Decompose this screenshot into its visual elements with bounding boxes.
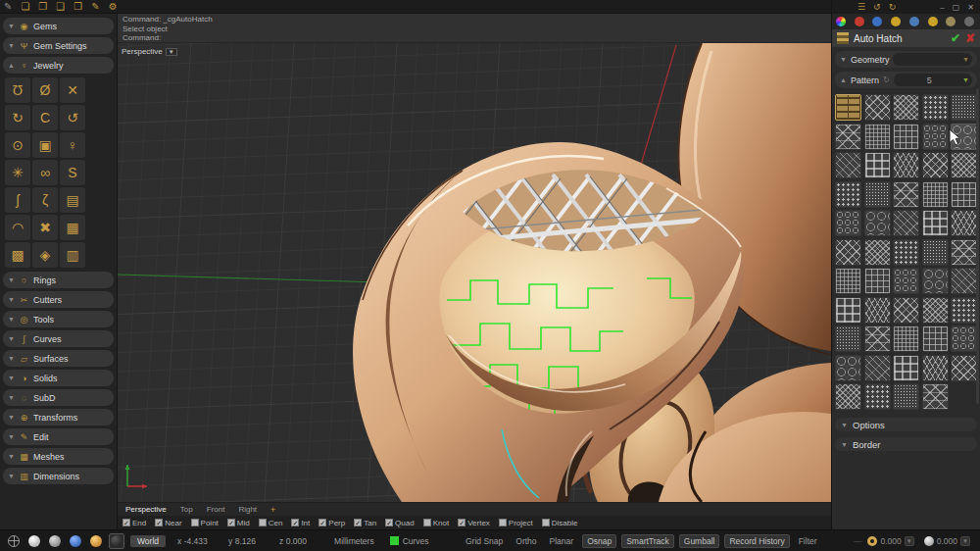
pattern-swatch-brick[interactable] (835, 94, 861, 121)
sidebar-item-transforms[interactable]: ▼⊕Transforms (3, 409, 114, 426)
pattern-swatch-waffle[interactable] (893, 355, 919, 381)
materials-icon[interactable] (855, 17, 864, 26)
viewport-tab-top[interactable]: Top (180, 505, 193, 514)
checkbox-checked-icon[interactable]: ✓ (227, 519, 235, 526)
hoop-arrow-button[interactable]: ↺ (60, 105, 85, 130)
mesh-noise-button[interactable]: ▩ (5, 242, 30, 268)
sidebar-item-meshes[interactable]: ▼▦Meshes (3, 448, 114, 465)
pattern-swatch-noise[interactable] (893, 383, 919, 410)
pattern-swatch-cross[interactable] (893, 94, 919, 121)
display-mode-wireframe-icon[interactable] (6, 533, 22, 549)
pattern-swatch-noise[interactable] (835, 326, 861, 352)
open-hoop-button[interactable]: C (32, 105, 58, 130)
save-file-icon[interactable]: ❑ (56, 2, 65, 12)
checkbox-icon[interactable] (499, 519, 507, 526)
stylus-icon[interactable]: ✎ (4, 2, 12, 12)
spring-coil-button[interactable]: ▤ (60, 187, 85, 213)
sidebar-item-tools[interactable]: ▼◎Tools (3, 311, 114, 327)
viewport-tab-perspective[interactable]: Perspective (125, 505, 167, 514)
gem-hoop-button[interactable]: ⊙ (5, 132, 30, 158)
pattern-swatch-lattice[interactable] (835, 124, 861, 150)
checkbox-checked-icon[interactable]: ✓ (291, 519, 299, 526)
pattern-swatch-waffle[interactable] (835, 297, 861, 324)
osnap-disable[interactable]: Disable (542, 519, 578, 527)
pattern-swatch-zig[interactable] (922, 355, 949, 381)
sidebar-item-curves[interactable]: ▼ʃCurves (3, 330, 114, 347)
pattern-swatch-grid[interactable] (922, 326, 949, 352)
layer-indicator[interactable]: Curves (390, 536, 429, 546)
pattern-swatch-diamond[interactable] (835, 239, 861, 266)
dropdown-arrow-icon[interactable]: ▼ (960, 536, 970, 546)
bezel-setting-button[interactable]: ▣ (32, 132, 58, 158)
pattern-swatch-diamond[interactable] (864, 94, 891, 121)
filter-sliders-icon[interactable]: ☰ (858, 2, 865, 12)
osnap-near[interactable]: ✓Near (155, 519, 181, 527)
minimize-button[interactable]: – (940, 3, 944, 12)
sidebar-item-edit[interactable]: ▼✎Edit (3, 428, 114, 445)
snake-button[interactable]: ʃ (5, 187, 30, 213)
open-folder-icon[interactable]: ❐ (38, 2, 47, 12)
viewport-title-dropdown-icon[interactable]: ▼ (166, 48, 177, 56)
checkbox-checked-icon[interactable]: ✓ (354, 519, 362, 526)
display-mode-shaded-icon[interactable] (26, 533, 42, 549)
cancel-button[interactable]: ✘ (965, 31, 975, 45)
sidebar-item-rings[interactable]: ▼○Rings (3, 272, 114, 288)
metal-weight-meter[interactable]: 0.000▼ (867, 536, 913, 546)
command-area[interactable]: Command: _cgAutoHatch Select object Comm… (118, 14, 831, 43)
pattern-swatch-weave[interactable] (922, 181, 949, 208)
checkbox-icon[interactable] (259, 519, 267, 526)
osnap-quad[interactable]: ✓Quad (385, 519, 415, 527)
toggle-ortho[interactable]: Ortho (512, 535, 540, 547)
annotate-pen-icon[interactable]: ✎ (91, 2, 99, 12)
pattern-swatch-herring[interactable] (864, 355, 891, 381)
sidebar-item-surfaces[interactable]: ▼▱Surfaces (3, 350, 114, 367)
render-wheel-icon[interactable] (836, 17, 846, 26)
sidebar-item-gems[interactable]: ▼◉Gems (3, 18, 114, 34)
rotate-ring-button[interactable]: ↻ (5, 105, 30, 130)
pendant-bail-button[interactable]: Ʊ (5, 77, 30, 103)
pattern-swatch-grid[interactable] (951, 181, 977, 208)
pattern-swatch-noise[interactable] (864, 181, 891, 208)
signet-button[interactable]: ♀ (60, 132, 85, 158)
tools-paw-icon[interactable] (946, 17, 956, 26)
mesh-cell-button[interactable]: ▥ (60, 242, 85, 268)
pencil-icon[interactable] (928, 17, 938, 26)
snake-coil-button[interactable]: ζ (32, 187, 58, 213)
pattern-swatch-honey[interactable] (951, 326, 977, 352)
checkbox-icon[interactable] (423, 519, 431, 526)
display-mode-ghosted-icon[interactable] (47, 533, 63, 549)
viewport-tab-front[interactable]: Front (207, 505, 225, 514)
pattern-swatch-lattice[interactable] (951, 239, 977, 266)
chain-links-button[interactable]: ∞ (32, 160, 58, 185)
gem-weight-meter[interactable]: 0.000▼ (924, 536, 970, 546)
close-button[interactable]: ✕ (967, 3, 974, 12)
round-ring-button[interactable]: Ø (32, 77, 58, 103)
osnap-knot[interactable]: Knot (423, 519, 449, 527)
toggle-osnap[interactable]: Osnap (582, 534, 616, 548)
image-icon[interactable] (909, 17, 919, 26)
checkbox-checked-icon[interactable]: ✓ (458, 519, 466, 526)
cluster-flower-button[interactable]: ✳ (5, 160, 30, 185)
panel-settings-icon[interactable] (964, 17, 974, 26)
pattern-refresh-icon[interactable]: ↻ (883, 75, 890, 84)
units-label[interactable]: Millimeters (334, 536, 374, 546)
toggle-smarttrack[interactable]: SmartTrack (621, 534, 674, 548)
pattern-swatch-rings[interactable] (951, 124, 977, 150)
sidebar-item-gem-settings[interactable]: ▼ΨGem Settings (3, 37, 114, 54)
new-document-icon[interactable]: ❏ (21, 2, 29, 12)
geometry-section-header[interactable]: ▼ Geometry ▼ (835, 51, 977, 68)
library-folder-icon[interactable] (891, 17, 901, 26)
checkbox-icon[interactable] (542, 519, 550, 526)
undo-icon[interactable]: ↺ (873, 2, 881, 12)
dropdown-arrow-icon[interactable]: ▼ (905, 536, 914, 546)
toggle-filter[interactable]: Filter (795, 535, 821, 547)
osnap-perp[interactable]: ✓Perp (318, 519, 345, 527)
redo-icon[interactable]: ↻ (889, 2, 897, 12)
pattern-swatch-zig[interactable] (893, 152, 919, 178)
pattern-swatch-weave[interactable] (893, 326, 919, 352)
viewport-tab-right[interactable]: Right (238, 505, 257, 514)
settings-gear-icon[interactable]: ⚙ (109, 2, 118, 12)
pattern-swatch-herring[interactable] (835, 152, 861, 178)
pattern-swatch-zig[interactable] (864, 297, 891, 324)
cplane-button[interactable]: World (130, 535, 166, 547)
